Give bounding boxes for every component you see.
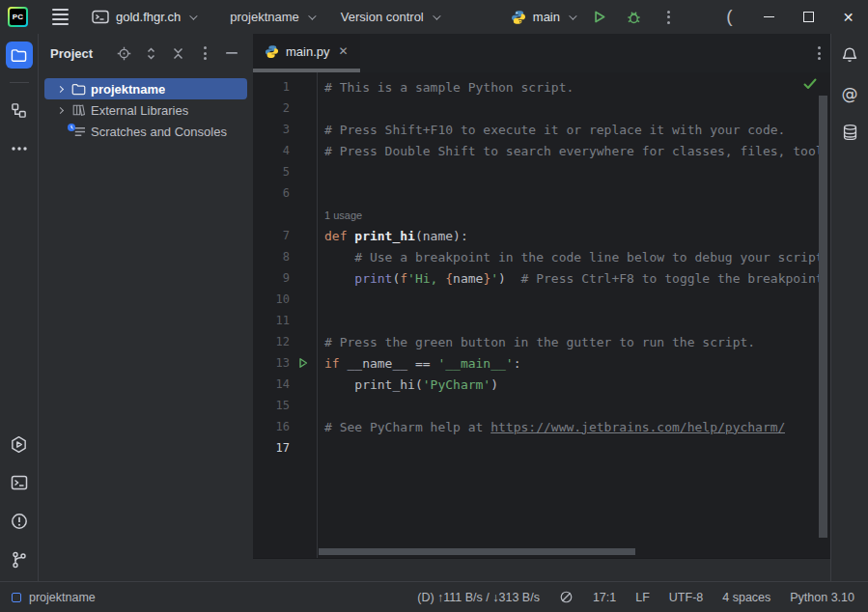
- code-line[interactable]: 5: [253, 161, 830, 182]
- structure-tool-button[interactable]: [6, 97, 33, 124]
- code-token: print_hi: [354, 229, 415, 243]
- notifications-button[interactable]: [836, 42, 863, 69]
- code-line[interactable]: 17: [253, 437, 830, 459]
- services-tool-button[interactable]: [6, 431, 33, 458]
- code-line[interactable]: 13if __name__ == '__main__':: [253, 352, 830, 374]
- editor-options-button[interactable]: [818, 46, 821, 60]
- code-line[interactable]: 7def print_hi(name):: [253, 225, 830, 246]
- more-actions-button[interactable]: [654, 5, 683, 30]
- code-line[interactable]: 2: [253, 97, 830, 119]
- highlighting-level-button[interactable]: [559, 590, 574, 604]
- close-button[interactable]: ✕: [828, 0, 868, 34]
- main-menu-button[interactable]: [43, 5, 76, 30]
- hide-panel-button[interactable]: [220, 42, 243, 65]
- tab-main-py[interactable]: main.py ✕: [253, 34, 360, 72]
- kebab-icon: [204, 46, 207, 60]
- encoding-widget[interactable]: UTF-8: [669, 591, 703, 604]
- crescent-moon-icon: (: [726, 7, 732, 25]
- code-line[interactable]: 3# Press Shift+F10 to execute it or repl…: [253, 119, 830, 140]
- code-hyperlink[interactable]: https://www.jetbrains.com/help/pycharm/: [490, 420, 785, 434]
- code-line[interactable]: 6: [253, 182, 830, 204]
- statusbar-project-widget[interactable]: projektname: [12, 591, 96, 604]
- interpreter-widget[interactable]: Python 3.10: [790, 591, 854, 604]
- terminal-tool-button[interactable]: [6, 469, 33, 496]
- panel-options-button[interactable]: [193, 42, 216, 65]
- select-opened-file-button[interactable]: [112, 42, 135, 65]
- inspections-off-icon: [559, 590, 574, 604]
- vertical-scrollbar[interactable]: [819, 96, 827, 538]
- code-line[interactable]: 14 print_hi('PyCharm'): [253, 374, 830, 395]
- folder-icon: [11, 48, 27, 63]
- chevron-down-icon: [308, 12, 316, 19]
- project-panel-header: Project: [39, 34, 253, 72]
- code-token: # Press the green button in the gutter t…: [324, 335, 755, 349]
- ellipsis-icon: [12, 147, 27, 151]
- project-tool-button[interactable]: [6, 42, 33, 69]
- theme-moon-button[interactable]: (: [710, 0, 749, 34]
- code-line[interactable]: 12# Press the green button in the gutter…: [253, 331, 830, 352]
- indent-widget[interactable]: 4 spaces: [722, 591, 770, 604]
- code-editor[interactable]: 1# This is a sample Python script.23# Pr…: [253, 72, 830, 558]
- code-token: name: [453, 271, 483, 286]
- code-line[interactable]: 9 print(f'Hi, {name}') # Press Ctrl+F8 t…: [253, 267, 830, 289]
- python-logo-icon: [511, 10, 526, 25]
- caret-position-widget[interactable]: 17:1: [593, 591, 616, 604]
- code-line[interactable]: 16# See PyCharm help at https://www.jetb…: [253, 416, 830, 437]
- run-button[interactable]: [584, 5, 613, 30]
- title-bar-left: PC gold.fhgr.ch projektname Version cont…: [8, 5, 446, 30]
- tree-item-projektname[interactable]: projektname: [44, 78, 247, 99]
- code-line[interactable]: 10: [253, 289, 830, 310]
- horizontal-scrollbar[interactable]: [319, 548, 635, 555]
- code-line[interactable]: 1# This is a sample Python script.: [253, 76, 830, 97]
- run-configuration-selector[interactable]: main: [507, 6, 578, 29]
- network-speed-widget[interactable]: (D) ↑111 B/s / ↓313 B/s: [417, 591, 540, 604]
- tab-close-icon[interactable]: ✕: [339, 44, 349, 58]
- code-token: [324, 271, 354, 286]
- database-icon: [842, 124, 858, 141]
- code-line[interactable]: 8 # Use a breakpoint in the code line be…: [253, 246, 830, 267]
- debug-button[interactable]: [619, 5, 648, 30]
- collapse-all-button[interactable]: [166, 42, 189, 65]
- services-icon: [10, 435, 28, 454]
- git-tool-button[interactable]: [6, 546, 33, 573]
- database-button[interactable]: [836, 119, 863, 146]
- chevron-down-icon: [569, 12, 576, 19]
- status-bar: projektname (D) ↑111 B/s / ↓313 B/s 17:1…: [0, 581, 868, 612]
- code-token: '__main__': [437, 356, 513, 371]
- code-line[interactable]: 11: [253, 310, 830, 331]
- right-tool-stripe: @: [830, 34, 868, 581]
- inspections-ok-icon[interactable]: [803, 78, 817, 90]
- remote-project-selector[interactable]: gold.fhgr.ch: [84, 6, 203, 28]
- expand-selector-button[interactable]: [139, 42, 162, 65]
- git-branch-icon: [11, 551, 27, 569]
- locate-icon: [117, 46, 131, 61]
- problems-tool-button[interactable]: [6, 508, 33, 535]
- maximize-button[interactable]: [789, 0, 828, 34]
- code-token: # See PyCharm help at: [324, 420, 490, 434]
- code-token: # Press Double Shift to search everywher…: [324, 144, 824, 158]
- chevron-right-icon[interactable]: [52, 87, 68, 92]
- more-tool-windows-button[interactable]: [6, 135, 33, 162]
- run-line-icon[interactable]: [297, 357, 309, 369]
- tree-item-scratches[interactable]: Scratches and Consoles: [44, 121, 247, 142]
- inlay-text[interactable]: 1 usage: [324, 209, 362, 221]
- code-token: {: [445, 271, 453, 286]
- code-line[interactable]: 4# Press Double Shift to search everywhe…: [253, 140, 830, 161]
- kebab-icon: [818, 46, 821, 60]
- maximize-icon: [803, 12, 814, 22]
- chevron-right-icon[interactable]: [52, 108, 68, 113]
- usage-inlay-hint[interactable]: 1 usage: [253, 204, 830, 225]
- run-widget: main: [507, 5, 683, 30]
- minimize-button[interactable]: [749, 0, 789, 34]
- close-icon: ✕: [843, 10, 854, 25]
- code-token: # Press Ctrl+F8 to toggle the breakpoint: [506, 271, 824, 286]
- project-menu[interactable]: projektname: [222, 6, 322, 28]
- code-token: # Press Shift+F10 to execute it or repla…: [324, 123, 785, 137]
- line-separator-widget[interactable]: LF: [635, 591, 650, 604]
- gutter-separator: [317, 72, 318, 558]
- code-token: print: [354, 271, 392, 286]
- ai-assistant-button[interactable]: @: [836, 80, 863, 107]
- code-line[interactable]: 15: [253, 395, 830, 416]
- vcs-menu[interactable]: Version control: [333, 6, 446, 28]
- tree-item-external-libraries[interactable]: External Libraries: [44, 99, 247, 121]
